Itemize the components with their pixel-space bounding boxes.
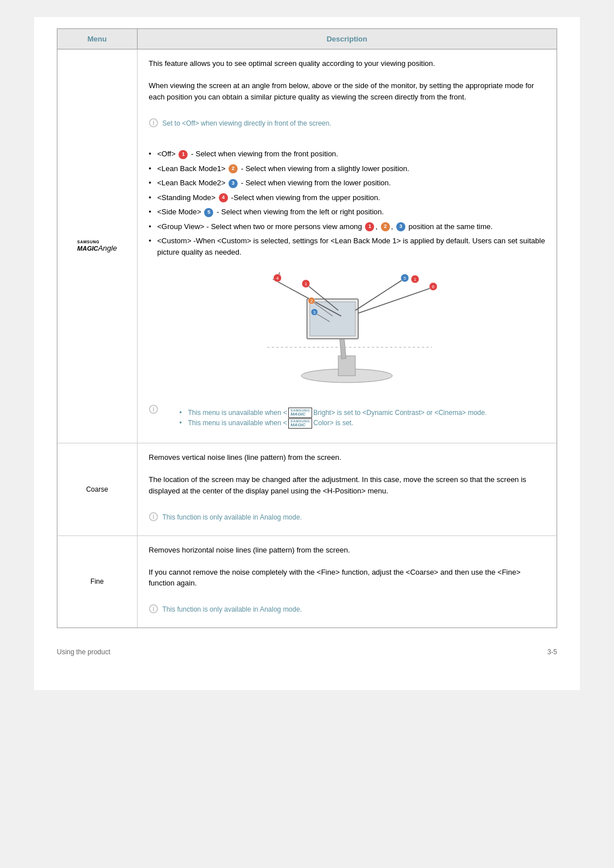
table-row: Fine Removes horizontal noise lines (lin…: [57, 535, 557, 628]
diagram-svg: 4 4 1 2: [239, 268, 455, 393]
footer-right: 3-5: [547, 648, 557, 656]
samsung-magic-logo: SAMSUNG MAGICAngle: [77, 240, 117, 252]
angle-para2: When viewing the screen at an angle from…: [149, 80, 546, 102]
unavailable-item-1: This menu is unavailable when <SAMSUNGMA…: [180, 408, 487, 418]
footer-left: Using the product: [57, 648, 110, 656]
list-item: <Off> 1 - Select when viewing from the f…: [149, 147, 546, 161]
fine-para2: If you cannot remove the noise completel…: [149, 567, 546, 589]
samsung-color-inline: SAMSUNGMAGIC: [288, 418, 312, 429]
svg-text:2: 2: [310, 298, 313, 304]
angle-diagram: 4 4 1 2: [149, 268, 546, 396]
angle-para1: This feature allows you to see optimal s…: [149, 58, 546, 69]
list-item: <Side Mode> 5 - Select when viewing from…: [149, 205, 546, 219]
angle-note1-text: Set to <Off> when viewing directly in fr…: [163, 118, 331, 128]
fine-label: Fine: [90, 578, 103, 585]
main-table: Menu Description SAMSUNG MAGICAngle This…: [57, 29, 557, 628]
svg-text:6: 6: [432, 284, 435, 289]
badge-g1: 1: [365, 222, 374, 231]
list-item: <Custom> -When <Custom> is selected, set…: [149, 234, 546, 259]
svg-rect-4: [310, 302, 355, 336]
coarse-para1: Removes vertical noise lines (line patte…: [149, 452, 546, 463]
samsung-bright-inline: SAMSUNGMAGIC: [288, 408, 312, 418]
unavailable-list: This menu is unavailable when <SAMSUNGMA…: [163, 408, 487, 429]
table-row: SAMSUNG MAGICAngle This feature allows y…: [57, 49, 557, 443]
svg-text:1: 1: [414, 277, 417, 282]
badge-g2: 2: [381, 222, 390, 231]
badge-4: 4: [219, 193, 228, 202]
list-item: <Group View> - Select when two or more p…: [149, 219, 546, 234]
badge-1: 1: [179, 150, 188, 159]
header-menu: Menu: [57, 29, 137, 49]
page-footer: Using the product 3-5: [34, 639, 580, 656]
menu-cell-coarse: Coarse: [57, 443, 137, 536]
unavailable-item-2: This menu is unavailable when <SAMSUNGMA…: [180, 418, 487, 429]
coarse-para2: The location of the screen may be change…: [149, 474, 546, 496]
coarse-note: This function is only available in Analo…: [149, 512, 546, 522]
note-icon-4: [149, 604, 158, 613]
svg-line-21: [358, 288, 432, 313]
svg-text:5: 5: [404, 276, 406, 281]
svg-text:3: 3: [313, 310, 316, 315]
svg-text:1: 1: [305, 281, 308, 286]
page: Menu Description SAMSUNG MAGICAngle This…: [34, 17, 580, 690]
coarse-note-text: This function is only available in Analo…: [163, 512, 302, 522]
list-item: <Lean Back Mode1> 2 - Select when viewin…: [149, 161, 546, 176]
desc-cell-coarse: Removes vertical noise lines (line patte…: [137, 443, 557, 536]
badge-g3: 3: [396, 222, 405, 231]
note-icon-3: [149, 512, 158, 521]
unavailable-note-content: This menu is unavailable when <SAMSUNGMA…: [163, 405, 487, 429]
fine-note-text: This function is only available in Analo…: [163, 604, 302, 614]
note-icon-2: [149, 405, 158, 414]
list-item: <Lean Back Mode2> 3 - Select when viewin…: [149, 176, 546, 190]
table-row: Coarse Removes vertical noise lines (lin…: [57, 443, 557, 536]
badge-5: 5: [204, 208, 213, 217]
menu-cell-fine: Fine: [57, 535, 137, 628]
list-item: <Standing Mode> 4 -Select when viewing f…: [149, 190, 546, 205]
desc-cell-fine: Removes horizontal noise lines (line pat…: [137, 535, 557, 628]
badge-3: 3: [229, 179, 238, 188]
fine-note: This function is only available in Analo…: [149, 604, 546, 614]
main-table-wrapper: Menu Description SAMSUNG MAGICAngle This…: [57, 28, 557, 628]
angle-note1: Set to <Off> when viewing directly in fr…: [149, 118, 546, 128]
unavailable-note-row: This menu is unavailable when <SAMSUNGMA…: [149, 405, 546, 429]
svg-text:4: 4: [276, 276, 279, 281]
coarse-label: Coarse: [86, 485, 108, 493]
header-description: Description: [137, 29, 557, 49]
desc-cell-samsung-angle: This feature allows you to see optimal s…: [137, 49, 557, 443]
badge-2: 2: [229, 164, 238, 173]
fine-para1: Removes horizontal noise lines (line pat…: [149, 545, 546, 556]
svg-rect-1: [338, 356, 355, 376]
menu-cell-samsung-angle: SAMSUNG MAGICAngle: [57, 49, 137, 443]
unavailable-notes: This menu is unavailable when <SAMSUNGMA…: [149, 405, 546, 429]
angle-bullet-list: <Off> 1 - Select when viewing from the f…: [149, 147, 546, 259]
note-icon-1: [149, 118, 158, 127]
